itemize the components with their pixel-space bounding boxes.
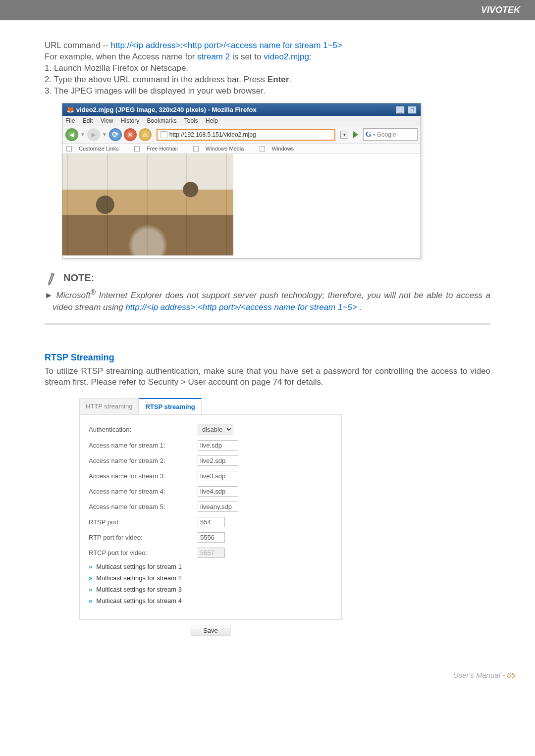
rtsp-port-input[interactable]	[198, 517, 225, 527]
note-header: NOTE:	[45, 271, 490, 285]
multicast-stream-4[interactable]: Multicast settings for stream 4	[89, 597, 332, 605]
menu-view[interactable]: View	[101, 117, 113, 124]
s2-input[interactable]	[198, 455, 238, 466]
page-icon	[66, 146, 72, 151]
address-dropdown-icon[interactable]: ▾	[340, 131, 348, 139]
step2-c: .	[289, 75, 291, 84]
note-end: .	[357, 302, 362, 312]
browser-titlebar: 🦊 video2.mjpg (JPEG Image, 320x240 pixel…	[62, 103, 421, 116]
step2-a: 2. Type the above URL command in the add…	[45, 75, 268, 84]
bookmark-item[interactable]: Free Hotmail	[134, 146, 185, 151]
bookmark-item[interactable]: Windows Media	[193, 146, 251, 151]
maximize-icon[interactable]: □	[408, 106, 417, 114]
minimize-icon[interactable]: _	[396, 106, 405, 114]
forward-icon[interactable]: ►	[87, 128, 100, 141]
url-cmd-prefix: URL command --	[45, 41, 111, 50]
row-stream2: Access name for stream 2:	[89, 455, 332, 466]
tab-rtsp-streaming[interactable]: RTSP streaming	[139, 398, 201, 414]
note-url: http://<ip address>:<http port>/<access …	[125, 302, 357, 312]
rtp-port-input[interactable]	[198, 532, 225, 543]
s1-input[interactable]	[198, 440, 238, 451]
note-section: NOTE: Microsoft® Internet Explorer does …	[45, 271, 490, 313]
multicast-stream-1[interactable]: Multicast settings for stream 1	[89, 563, 332, 570]
save-button[interactable]: Save	[191, 625, 230, 636]
back-icon[interactable]: ◄	[65, 128, 78, 141]
menu-history[interactable]: History	[121, 117, 139, 124]
tab-body: Authentication: disable Access name for …	[79, 414, 342, 620]
back-dropdown-icon[interactable]: ▼	[80, 132, 85, 137]
settings-panel: HTTP streaming RTSP streaming Authentica…	[79, 398, 342, 636]
step2-bold: Enter	[268, 75, 289, 84]
s3-label: Access name for stream 3:	[89, 472, 198, 480]
row-rtsp-port: RTSP port:	[89, 517, 332, 527]
s5-label: Access name for stream 5:	[89, 503, 198, 510]
s2-label: Access name for stream 2:	[89, 457, 198, 464]
s4-input[interactable]	[198, 486, 238, 497]
registered-icon: ®	[90, 288, 95, 296]
row-authentication: Authentication: disable	[89, 424, 332, 435]
browser-screenshot: 🦊 video2.mjpg (JPEG Image, 320x240 pixel…	[62, 103, 421, 259]
auth-select[interactable]: disable	[198, 424, 233, 435]
browser-menubar: File Edit View History Bookmarks Tools H…	[62, 116, 421, 126]
ex-mid: is set to	[230, 52, 264, 61]
row-rtp-port: RTP port for video:	[89, 532, 332, 543]
google-g-icon: G	[366, 130, 372, 139]
menu-edit[interactable]: Edit	[83, 117, 93, 124]
page-icon	[193, 146, 199, 151]
s4-label: Access name for stream 4:	[89, 488, 198, 495]
rtsp-title: RTSP Streaming	[45, 353, 490, 363]
row-stream3: Access name for stream 3:	[89, 471, 332, 481]
row-stream5: Access name for stream 5:	[89, 502, 332, 512]
multicast-stream-3[interactable]: Multicast settings for stream 3	[89, 586, 332, 593]
s5-input[interactable]	[198, 502, 238, 512]
auth-label: Authentication:	[89, 426, 198, 433]
row-stream4: Access name for stream 4:	[89, 486, 332, 497]
go-icon[interactable]	[353, 131, 358, 138]
multicast-stream-2[interactable]: Multicast settings for stream 2	[89, 574, 332, 582]
rtsp-text: To utilize RTSP streaming authentication…	[45, 366, 490, 389]
step-2: 2. Type the above URL command in the add…	[45, 74, 490, 86]
note-body: Microsoft® Internet Explorer does not su…	[45, 288, 490, 313]
ex-prefix: For example, when the Access name for	[45, 52, 197, 61]
rtcp-port-label: RTCP port for video:	[89, 549, 198, 556]
menu-tools[interactable]: Tools	[184, 117, 198, 124]
rtp-port-label: RTP port for video:	[89, 534, 198, 541]
menu-file[interactable]: File	[65, 117, 75, 124]
step-1: 1. Launch Mozilla Firefox or Netscape.	[45, 63, 490, 74]
menu-bookmarks[interactable]: Bookmarks	[147, 117, 177, 124]
save-row: Save	[79, 625, 342, 636]
ex-stream: stream 2	[197, 52, 230, 61]
step-3: 3. The JPEG images will be displayed in …	[45, 86, 490, 97]
fwd-dropdown-icon[interactable]: ▼	[102, 132, 107, 137]
address-bar[interactable]: http://192.168.5.151/video2.mjpg	[157, 129, 335, 141]
note-title: NOTE:	[63, 272, 94, 284]
url-command-line: URL command -- http://<ip address>:<http…	[45, 40, 490, 51]
menu-help[interactable]: Help	[206, 117, 218, 124]
example-line: For example, when the Access name for st…	[45, 51, 490, 63]
search-placeholder: Google	[377, 131, 396, 138]
browser-toolbar: ◄ ▼ ► ▼ ⟳ ✕ ⌂ http://192.168.5.151/video…	[62, 126, 421, 144]
pencil-icon	[42, 269, 60, 287]
browser-title-text: video2.mjpg (JPEG Image, 320x240 pixels)…	[76, 106, 257, 113]
tab-http-streaming[interactable]: HTTP streaming	[79, 398, 139, 414]
page-icon	[134, 146, 140, 151]
bookmark-item[interactable]: Customize Links	[66, 146, 126, 151]
bookmark-item[interactable]: Windows	[260, 146, 301, 151]
tabs: HTTP streaming RTSP streaming	[79, 398, 342, 414]
note-ms: Microsoft	[56, 291, 90, 300]
reload-icon[interactable]: ⟳	[109, 128, 122, 141]
bookmark-bar: Customize Links Free Hotmail Windows Med…	[62, 144, 421, 154]
home-icon[interactable]: ⌂	[139, 128, 152, 141]
stop-icon[interactable]: ✕	[124, 128, 137, 141]
s3-input[interactable]	[198, 471, 238, 481]
header-bar: VIVOTEK	[0, 0, 535, 20]
address-text: http://192.168.5.151/video2.mjpg	[169, 131, 256, 138]
footer-label: User's Manual -	[453, 671, 507, 679]
ex-mjpg: video2.mjpg	[264, 52, 309, 61]
search-box[interactable]: G▾ Google	[363, 128, 418, 141]
camera-snapshot-image	[62, 154, 233, 255]
row-stream1: Access name for stream 1:	[89, 440, 332, 451]
footer: User's Manual - 65	[0, 661, 535, 694]
s1-label: Access name for stream 1:	[89, 442, 198, 449]
page-number: 65	[507, 671, 515, 679]
